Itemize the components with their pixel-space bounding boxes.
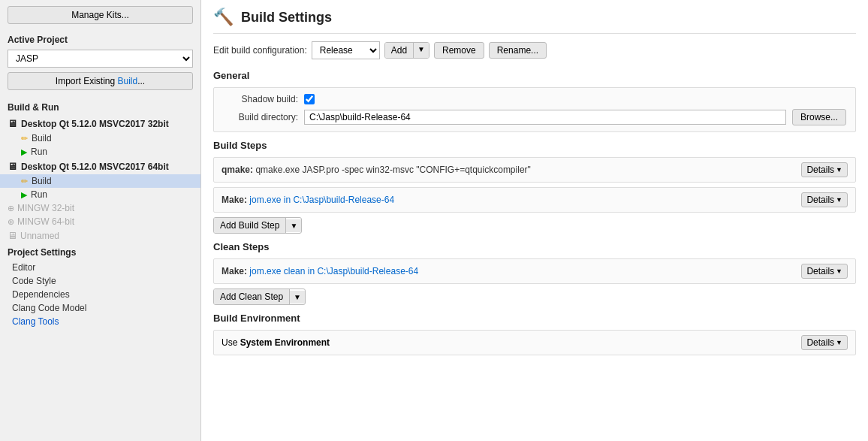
shadow-build-checkbox-wrap[interactable] [304, 94, 315, 104]
clang-code-model-link[interactable]: Clang Code Model [0, 301, 200, 315]
build-env-text: Use System Environment [222, 337, 330, 348]
rename-button[interactable]: Rename... [489, 42, 547, 59]
make-clean-details-arrow: ▼ [836, 267, 842, 275]
add-button-main[interactable]: Add [385, 43, 414, 58]
build-run-title: Build & Run [0, 98, 200, 116]
add-clean-step-arrow[interactable]: ▼ [290, 291, 305, 304]
kit-2-run-item[interactable]: ▶ Run [0, 188, 200, 201]
make-clean-step-text: Make: jom.exe clean in C:\Jasp\build-Rel… [222, 266, 801, 276]
add-clean-step-button[interactable]: Add Clean Step ▼ [213, 288, 306, 305]
page-header: 🔨 Build Settings [213, 8, 856, 34]
manage-kits-button[interactable]: Manage Kits... [8, 6, 193, 24]
add-build-step-arrow[interactable]: ▼ [286, 219, 301, 232]
project-settings-title: Project Settings [0, 243, 200, 261]
build-env-details-arrow: ▼ [836, 339, 842, 346]
config-label: Edit build configuration: [213, 45, 307, 56]
make-step-text: Make: jom.exe in C:\Jasp\build-Release-6… [222, 195, 801, 205]
active-project-title: Active Project [0, 30, 200, 48]
qmake-details-arrow: ▼ [836, 166, 842, 174]
general-settings-group: Shadow build: Build directory: Browse... [213, 87, 856, 132]
shadow-build-checkbox[interactable] [304, 94, 315, 104]
build-env-details-button[interactable]: Details ▼ [801, 335, 848, 350]
add-button-split[interactable]: Add ▼ [384, 42, 429, 59]
add-build-step-button[interactable]: Add Build Step ▼ [213, 217, 302, 234]
build-steps-title: Build Steps [213, 140, 856, 151]
build-env-title: Build Environment [213, 313, 856, 324]
monitor-icon-2: 🖥 [8, 161, 17, 172]
browse-button[interactable]: Browse... [792, 109, 846, 125]
make-value: jom.exe in C:\Jasp\build-Release-64 [249, 195, 394, 205]
sidebar: Manage Kits... Active Project JASP Impor… [0, 0, 201, 441]
code-style-link[interactable]: Code Style [0, 274, 200, 288]
kit-1-header[interactable]: 🖥 Desktop Qt 5.12.0 MSVC2017 32bit [0, 116, 200, 131]
active-project-select[interactable]: JASP [8, 50, 193, 68]
unnamed-label: Unnamed [20, 231, 59, 241]
build-env-bold-text: System Environment [240, 337, 330, 348]
add-build-step-label[interactable]: Add Build Step [214, 218, 286, 233]
play-icon: ▶ [21, 147, 27, 157]
build-dir-input[interactable] [304, 110, 786, 125]
make-clean-details-button[interactable]: Details ▼ [801, 264, 848, 279]
make-clean-step-row: Make: jom.exe clean in C:\Jasp\build-Rel… [213, 258, 856, 284]
monitor-icon-3: 🖥 [8, 230, 17, 241]
shadow-build-row: Shadow build: [223, 94, 846, 104]
general-section-title: General [213, 70, 856, 81]
make-step-row: Make: jom.exe in C:\Jasp\build-Release-6… [213, 187, 856, 213]
play-icon-2: ▶ [21, 190, 27, 200]
qmake-details-label: Details [806, 165, 834, 175]
mingw64-label: MINGW 64-bit [17, 216, 74, 227]
config-select[interactable]: Release [312, 41, 380, 59]
pencil-icon: ✏ [21, 134, 28, 143]
make-details-button[interactable]: Details ▼ [801, 192, 848, 207]
import-build-button[interactable]: Import Existing Build... [8, 72, 193, 90]
add-button-arrow[interactable]: ▼ [414, 43, 429, 58]
make-clean-key: Make: [222, 266, 247, 276]
qmake-value: qmake.exe JASP.pro -spec win32-msvc "CON… [255, 165, 530, 175]
editor-link[interactable]: Editor [0, 261, 200, 274]
monitor-icon: 🖥 [8, 118, 17, 129]
kit-1-build-item[interactable]: ✏ Build [0, 131, 200, 145]
kit-2-label: Desktop Qt 5.12.0 MSVC2017 64bit [21, 162, 169, 172]
unnamed-item: 🖥 Unnamed [0, 228, 200, 243]
main-content: 🔨 Build Settings Edit build configuratio… [201, 0, 868, 441]
clean-steps-title: Clean Steps [213, 241, 856, 252]
kit-2-build-label: Build [32, 176, 52, 186]
hammer-icon: 🔨 [213, 8, 234, 27]
config-row: Edit build configuration: Release Add ▼ … [213, 41, 856, 59]
mingw64-item: ⊕ MINGW 64-bit [0, 215, 200, 228]
shadow-build-label: Shadow build: [223, 94, 298, 104]
add-clean-step-label[interactable]: Add Clean Step [214, 289, 290, 304]
make-clean-value: jom.exe clean in C:\Jasp\build-Release-6… [249, 266, 418, 276]
build-dir-label: Build directory: [223, 112, 298, 122]
page-title: Build Settings [241, 10, 332, 26]
mingw32-label: MINGW 32-bit [17, 203, 74, 213]
make-details-arrow: ▼ [836, 196, 842, 204]
kit-2-build-item[interactable]: ✏ Build [0, 174, 200, 188]
add-icon-2: ⊕ [8, 217, 14, 227]
make-details-label: Details [806, 195, 834, 205]
mingw32-item: ⊕ MINGW 32-bit [0, 201, 200, 215]
make-key: Make: [222, 195, 247, 205]
remove-button[interactable]: Remove [434, 42, 484, 59]
kit-2-run-label: Run [31, 189, 47, 200]
qmake-details-button[interactable]: Details ▼ [801, 162, 848, 177]
kit-1-label: Desktop Qt 5.12.0 MSVC2017 32bit [21, 119, 169, 129]
kit-2-header[interactable]: 🖥 Desktop Qt 5.12.0 MSVC2017 64bit [0, 159, 200, 174]
make-clean-details-label: Details [806, 266, 834, 276]
pencil-icon-2: ✏ [21, 177, 28, 186]
build-env-use-text: Use [222, 337, 237, 348]
add-icon-1: ⊕ [8, 204, 14, 213]
kit-1-build-label: Build [32, 133, 52, 143]
build-dir-row: Build directory: Browse... [223, 109, 846, 125]
dependencies-link[interactable]: Dependencies [0, 288, 200, 301]
qmake-step-text: qmake: qmake.exe JASP.pro -spec win32-ms… [222, 165, 801, 175]
qmake-step-row: qmake: qmake.exe JASP.pro -spec win32-ms… [213, 157, 856, 183]
build-env-details-label: Details [806, 337, 834, 348]
kit-1-run-item[interactable]: ▶ Run [0, 145, 200, 159]
clang-tools-link[interactable]: Clang Tools [0, 315, 200, 328]
qmake-key: qmake: [222, 165, 253, 175]
kit-1-run-label: Run [31, 146, 47, 157]
build-env-row: Use System Environment Details ▼ [213, 330, 856, 355]
